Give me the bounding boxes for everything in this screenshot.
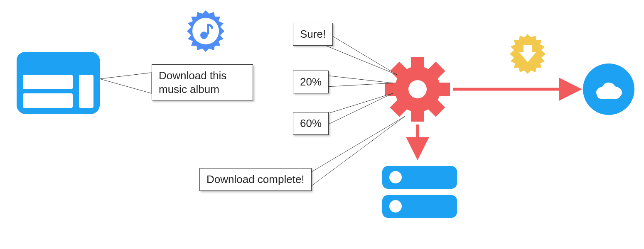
- svg-rect-19: [524, 45, 532, 53]
- request-message: Download this music album: [152, 64, 253, 100]
- tail-progress2: [319, 93, 393, 129]
- response-progress-2: 60%: [293, 112, 329, 135]
- svg-rect-2: [17, 59, 100, 68]
- svg-point-18: [408, 80, 427, 98]
- svg-point-26: [389, 171, 402, 183]
- browser-window-icon: [17, 52, 100, 114]
- cloud-circle-icon: [583, 63, 634, 115]
- response-ack: Sure!: [293, 23, 333, 46]
- svg-point-28: [389, 200, 402, 212]
- svg-rect-3: [23, 75, 73, 89]
- server-stack-icon: [382, 166, 457, 218]
- tail-progress1: [319, 75, 393, 87]
- svg-point-6: [192, 18, 219, 44]
- gear-icon: [385, 57, 450, 122]
- response-done: Download complete!: [199, 168, 312, 191]
- download-arrow-seal-icon: [510, 34, 546, 74]
- response-progress-1: 20%: [293, 71, 329, 93]
- tail-request: [100, 73, 152, 93]
- svg-rect-5: [79, 75, 93, 108]
- svg-point-7: [200, 32, 208, 39]
- music-note-seal-icon: [187, 10, 224, 52]
- svg-rect-24: [597, 91, 620, 99]
- diagram-stage: Download this music album Sure! 20% 60% …: [0, 0, 644, 249]
- svg-rect-4: [23, 93, 73, 108]
